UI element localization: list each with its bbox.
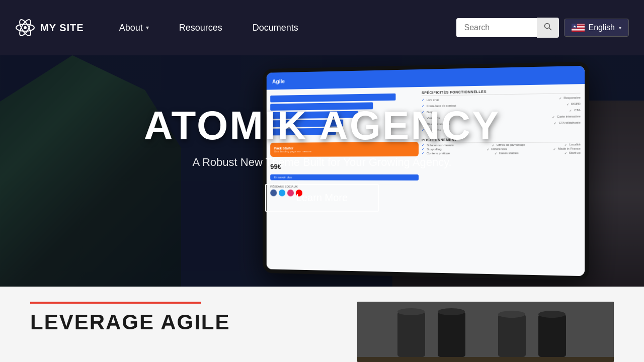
svg-point-26 — [498, 311, 525, 318]
hero-content: ATOMIK AGENCY A Robust New Theme Built f… — [124, 106, 521, 212]
svg-rect-29 — [357, 357, 614, 362]
below-hero-image — [357, 302, 614, 362]
nav-right: ★ English ▾ — [456, 18, 629, 38]
about-chevron-icon: ▾ — [146, 24, 149, 31]
search-icon — [544, 23, 552, 31]
atom-icon — [15, 18, 35, 38]
tablet-feature-row: ✓Live chat✓Responsive — [422, 96, 581, 102]
below-hero-illustration — [357, 302, 614, 362]
tablet-features-title: SPÉCIFICITÉS FONCTIONNELLES — [422, 88, 581, 96]
svg-rect-27 — [538, 314, 566, 357]
svg-rect-25 — [498, 314, 526, 357]
nav-item-documents[interactable]: Documents — [237, 18, 313, 38]
svg-text:★: ★ — [573, 25, 576, 28]
svg-line-5 — [549, 28, 551, 31]
learn-more-button[interactable]: Learn More — [265, 184, 379, 212]
svg-rect-21 — [397, 312, 425, 357]
svg-point-28 — [538, 311, 566, 318]
svg-rect-14 — [572, 29, 585, 29]
navbar: MY SITE About ▾ Resources Documents — [0, 0, 644, 55]
flag-icon: ★ — [572, 24, 585, 32]
language-selector[interactable]: ★ English ▾ — [564, 19, 629, 37]
tablet-header-text: Agile — [272, 78, 285, 84]
logo-text: MY SITE — [40, 22, 84, 34]
language-label: English — [589, 23, 615, 32]
nav-item-resources[interactable]: Resources — [164, 18, 237, 38]
svg-point-3 — [24, 26, 27, 29]
svg-rect-23 — [438, 312, 465, 357]
svg-rect-17 — [572, 31, 585, 32]
nav-item-about[interactable]: About ▾ — [104, 18, 164, 38]
below-hero-section: LEVERAGE AGILE — [0, 287, 644, 362]
below-hero-left: LEVERAGE AGILE — [30, 302, 337, 333]
hero-subtitle: A Robust New Theme Built for Your Growin… — [144, 156, 501, 169]
below-title: LEVERAGE AGILE — [30, 312, 317, 333]
accent-line — [30, 302, 201, 304]
language-chevron-icon: ▾ — [619, 25, 621, 31]
search-button[interactable] — [537, 18, 559, 38]
nav-links: About ▾ Resources Documents — [104, 18, 456, 38]
hero-title: ATOMIK AGENCY — [144, 106, 501, 146]
svg-point-22 — [397, 308, 425, 315]
svg-point-4 — [544, 24, 549, 29]
svg-point-24 — [438, 308, 465, 315]
svg-rect-15 — [572, 30, 585, 31]
svg-rect-20 — [357, 302, 614, 362]
site-logo[interactable]: MY SITE — [15, 18, 84, 38]
svg-rect-16 — [572, 30, 585, 31]
search-input[interactable] — [456, 18, 537, 37]
